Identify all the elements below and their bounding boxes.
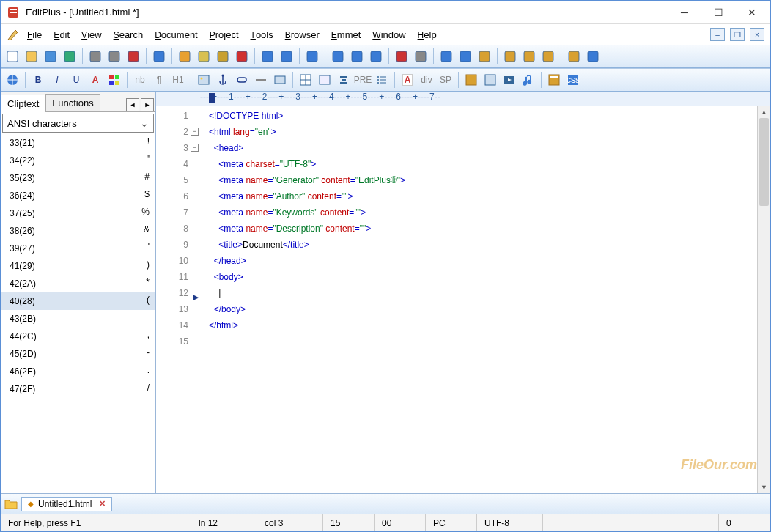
para-button[interactable]: ¶ <box>150 71 168 89</box>
mdi-restore-button[interactable]: ❐ <box>730 28 745 41</box>
anchor-button[interactable] <box>214 71 232 89</box>
open-button[interactable] <box>23 48 40 65</box>
div-button[interactable]: div <box>418 71 435 89</box>
char-item[interactable]: 41(29)) <box>1 257 155 275</box>
tab-functions[interactable]: Functions <box>45 94 100 112</box>
palette-button[interactable] <box>106 71 123 89</box>
menu-document[interactable]: Document <box>150 28 202 42</box>
menu-tools[interactable]: Tools <box>246 28 278 42</box>
form-button[interactable] <box>316 71 333 89</box>
video-button[interactable] <box>501 71 518 89</box>
bookmark-button[interactable] <box>348 48 366 65</box>
browser-button[interactable] <box>150 48 168 65</box>
char-item[interactable]: 44(2C), <box>1 328 155 345</box>
file-tab[interactable]: ◆ Untitled1.html ✕ <box>21 497 112 511</box>
minimize-button[interactable]: ─ <box>668 1 701 23</box>
char-item[interactable]: 36(24)$ <box>1 187 155 204</box>
menu-search[interactable]: Search <box>109 28 148 42</box>
char-list[interactable]: 33(21)!34(22)"35(23)#36(24)$37(25)%38(26… <box>1 134 155 493</box>
char-item[interactable]: 38(26)& <box>1 222 155 240</box>
char-item[interactable]: 45(2D)- <box>1 345 155 363</box>
code-editor[interactable]: 12−3−456789101112▶131415 <!DOCTYPE html>… <box>156 106 770 493</box>
maximize-button[interactable]: ☐ <box>701 1 735 23</box>
window-button[interactable] <box>501 48 519 65</box>
bold-button[interactable]: B <box>29 71 47 89</box>
audio-button[interactable] <box>520 71 537 89</box>
mdi-close-button[interactable]: × <box>750 28 764 41</box>
fontcolor-button[interactable]: A <box>86 71 104 89</box>
close-button[interactable]: ✕ <box>735 1 769 23</box>
menu-project[interactable]: Project <box>205 28 243 42</box>
globe-button[interactable] <box>4 71 21 89</box>
char-item[interactable]: 47(2F)/ <box>1 380 155 398</box>
delete-button[interactable] <box>233 48 251 65</box>
obj2-button[interactable] <box>482 71 499 89</box>
list-button[interactable] <box>373 71 391 89</box>
dir-button[interactable] <box>565 48 583 65</box>
cut-button[interactable] <box>176 48 193 65</box>
tab-prev-button[interactable]: ◄ <box>126 98 139 111</box>
css-button[interactable]: css <box>564 71 582 89</box>
char-item[interactable]: 43(2B)+ <box>1 310 155 328</box>
new-button[interactable] <box>4 48 21 65</box>
find-button[interactable] <box>303 48 321 65</box>
char-item[interactable]: 40(28)( <box>1 292 155 310</box>
font-button[interactable] <box>393 48 410 65</box>
template-button[interactable] <box>545 71 563 89</box>
save-button[interactable] <box>42 48 59 65</box>
menu-file[interactable]: File <box>23 28 46 42</box>
script-button[interactable]: A <box>399 71 416 89</box>
copy-button[interactable] <box>195 48 213 65</box>
redo-button[interactable] <box>278 48 295 65</box>
help-button[interactable] <box>584 48 602 65</box>
folder-icon[interactable] <box>4 497 18 511</box>
mdi-minimize-button[interactable]: – <box>710 28 725 41</box>
menu-view[interactable]: View <box>77 28 106 42</box>
span-button[interactable]: SP <box>437 71 454 89</box>
cols-button[interactable] <box>476 48 493 65</box>
obj1-button[interactable] <box>462 71 480 89</box>
preview-button[interactable] <box>106 48 123 65</box>
paste-button[interactable] <box>214 48 232 65</box>
goto-button[interactable] <box>367 48 385 65</box>
center-button[interactable] <box>335 71 353 89</box>
tab-next-button[interactable]: ► <box>141 98 154 111</box>
menu-edit[interactable]: Edit <box>49 28 74 42</box>
image-button[interactable] <box>195 71 213 89</box>
undo-button[interactable] <box>259 48 276 65</box>
nbsp-button[interactable]: nb <box>131 71 149 89</box>
char-item[interactable]: 42(2A)* <box>1 275 155 292</box>
menu-help[interactable]: Help <box>413 28 441 42</box>
hex-button[interactable] <box>412 48 429 65</box>
underline-button[interactable]: U <box>67 71 85 89</box>
heading-button[interactable]: H1 <box>169 71 187 89</box>
char-item[interactable]: 39(27)' <box>1 240 155 257</box>
link-button[interactable] <box>233 71 251 89</box>
tab-close-icon[interactable]: ✕ <box>99 499 106 509</box>
cliptext-combo[interactable]: ANSI characters <box>2 114 154 133</box>
menu-emmet[interactable]: Emmet <box>327 28 366 42</box>
menu-browser[interactable]: Browser <box>281 28 324 42</box>
char-item[interactable]: 46(2E). <box>1 363 155 380</box>
spell-button[interactable] <box>125 48 142 65</box>
split-button[interactable] <box>520 48 538 65</box>
print-button[interactable] <box>86 48 104 65</box>
indent-button[interactable] <box>457 48 474 65</box>
char-item[interactable]: 35(23)# <box>1 169 155 187</box>
vertical-scrollbar[interactable]: ▲▼ <box>757 106 770 493</box>
table-button[interactable] <box>297 71 314 89</box>
menu-window[interactable]: Window <box>368 28 410 42</box>
hr-button[interactable] <box>252 71 270 89</box>
char-item[interactable]: 33(21)! <box>1 134 155 152</box>
char-item[interactable]: 34(22)" <box>1 152 155 169</box>
tab-cliptext[interactable]: Cliptext <box>1 95 45 112</box>
pre-button[interactable]: PRE <box>354 71 372 89</box>
fold-toggle[interactable]: − <box>191 144 199 152</box>
saveall-button[interactable] <box>61 48 78 65</box>
italic-button[interactable]: I <box>48 71 66 89</box>
tile-button[interactable] <box>539 48 557 65</box>
fold-toggle[interactable]: − <box>191 128 199 136</box>
comment-button[interactable] <box>271 71 289 89</box>
word-button[interactable] <box>329 48 347 65</box>
wrap-button[interactable] <box>438 48 455 65</box>
